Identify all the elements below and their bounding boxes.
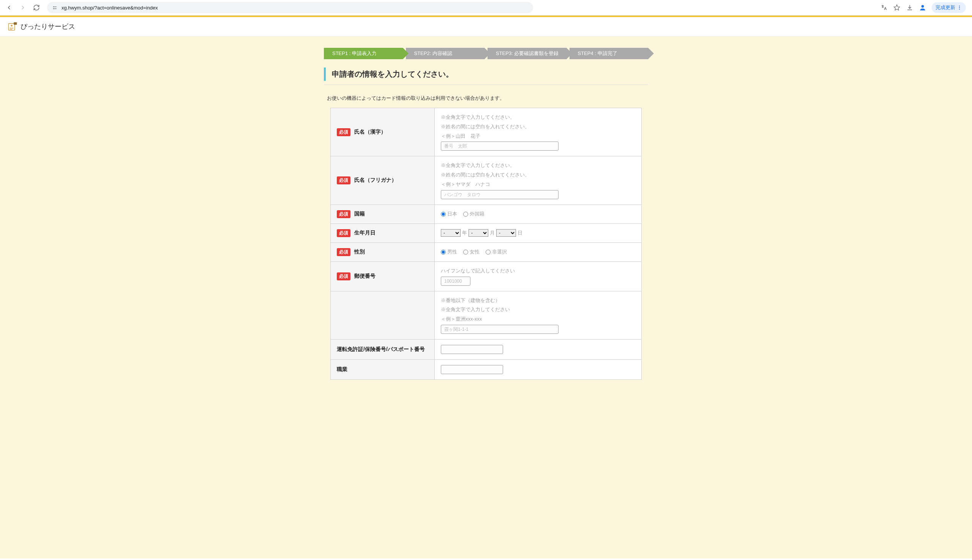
notice-text: お使いの機器によってはカード情報の取り込みは利用できない場合があります。 [327, 95, 648, 102]
page-body: STEP1 : 申請表入力 STEP2: 内容確認 STEP3: 必要確認書類を… [0, 37, 972, 558]
label-license-text: 運転免許証/保険番号/パスポート番号 [337, 346, 425, 352]
cell-occupation [435, 359, 642, 379]
select-birth-day[interactable]: - [496, 229, 516, 237]
step-3: STEP3: 必要確認書類を登録 [488, 48, 566, 59]
required-badge: 必須 [337, 229, 351, 237]
row-occupation: 職業 [331, 359, 642, 379]
label-gender: 必須 性別 [331, 242, 435, 262]
radio-nationality-foreign[interactable]: 外国籍 [463, 210, 484, 217]
day-suffix: 日 [518, 230, 523, 237]
svg-point-5 [922, 5, 924, 8]
label-postal: 必須 郵便番号 [331, 262, 435, 291]
cell-birthdate: - 年 - 月 - 日 [435, 223, 642, 242]
radio-gender-male[interactable]: 男性 [441, 248, 457, 255]
row-name-kana: 必須 氏名（フリガナ） ※全角文字で入力してください。 ※姓名の間には空白を入れ… [331, 156, 642, 205]
radio-gender-male-input[interactable] [441, 250, 446, 255]
input-name-kana[interactable] [441, 190, 558, 199]
hint-postal: ハイフンなしで記入してください [441, 267, 635, 275]
svg-point-10 [11, 25, 13, 27]
install-update-button[interactable]: 完成更新 [932, 2, 966, 13]
svg-marker-4 [894, 5, 900, 10]
site-logo-icon [8, 22, 17, 32]
cell-gender: 男性 女性 非選択 [435, 242, 642, 262]
step-4-label: STEP4 : 申請完了 [578, 50, 617, 57]
select-birth-year[interactable]: - [441, 229, 461, 237]
hint-address-1: ※番地以下（建物を含む） [441, 297, 635, 305]
radio-nationality-japan-label: 日本 [447, 210, 457, 217]
radio-nationality-japan-input[interactable] [441, 212, 446, 217]
back-button[interactable] [4, 2, 14, 13]
hint-name-kana-1: ※全角文字で入力してください。 [441, 162, 635, 170]
input-address[interactable] [441, 325, 558, 334]
cell-address: ※番地以下（建物を含む） ※全角文字で入力してください ＜例＞豊洲xxx-xxx [435, 291, 642, 339]
input-name-kanji[interactable] [441, 142, 558, 151]
svg-point-7 [959, 7, 960, 8]
svg-rect-12 [10, 29, 13, 30]
row-name-kanji: 必須 氏名（漢字） ※全角文字で入力してください。 ※姓名の間には空白を入れてく… [331, 108, 642, 156]
cell-name-kanji: ※全角文字で入力してください。 ※姓名の間には空白を入れてください。 ＜例＞山田… [435, 108, 642, 156]
hint-name-kanji-2: ※姓名の間には空白を入れてください。 [441, 123, 635, 131]
browser-chrome: xg.hwym.shop/?act=onlinesave&mod=index 完… [0, 0, 972, 15]
radio-gender-none-label: 非選択 [492, 248, 507, 255]
row-address: ※番地以下（建物を含む） ※全角文字で入力してください ＜例＞豊洲xxx-xxx [331, 291, 642, 339]
radio-nationality-foreign-input[interactable] [463, 212, 468, 217]
label-occupation-text: 職業 [337, 366, 347, 372]
required-badge: 必須 [337, 128, 351, 136]
required-badge: 必須 [337, 248, 351, 256]
address-wrap: xg.hwym.shop/?act=onlinesave&mod=index [47, 2, 877, 13]
row-gender: 必須 性別 男性 女性 非選択 [331, 242, 642, 262]
required-badge: 必須 [337, 210, 351, 218]
hint-address-3: ＜例＞豊洲xxx-xxx [441, 315, 635, 323]
hint-name-kanji-3: ＜例＞山田 花子 [441, 132, 635, 140]
label-postal-text: 郵便番号 [354, 273, 376, 279]
svg-point-6 [959, 6, 960, 7]
install-update-label: 完成更新 [935, 4, 955, 11]
input-postal[interactable] [441, 277, 471, 286]
hint-address-2: ※全角文字で入力してください [441, 306, 635, 314]
label-license: 運転免許証/保険番号/パスポート番号 [331, 339, 435, 359]
applicant-form: 必須 氏名（漢字） ※全角文字で入力してください。 ※姓名の間には空白を入れてく… [330, 108, 642, 380]
step-1: STEP1 : 申請表入力 [324, 48, 403, 59]
profile-icon[interactable] [919, 4, 927, 12]
url-text: xg.hwym.shop/?act=onlinesave&mod=index [62, 5, 158, 11]
translate-icon[interactable] [880, 4, 888, 12]
hint-name-kana-2: ※姓名の間には空白を入れてください。 [441, 171, 635, 179]
progress-steps: STEP1 : 申請表入力 STEP2: 内容確認 STEP3: 必要確認書類を… [324, 48, 648, 59]
radio-gender-female-label: 女性 [470, 248, 479, 255]
row-postal: 必須 郵便番号 ハイフンなしで記入してください [331, 262, 642, 291]
input-occupation[interactable] [441, 365, 503, 374]
svg-point-0 [53, 7, 53, 7]
year-suffix: 年 [462, 230, 467, 237]
radio-nationality-japan[interactable]: 日本 [441, 210, 457, 217]
step-2: STEP2: 内容確認 [406, 48, 485, 59]
page-heading: 申請者の情報を入力してください。 [324, 68, 648, 81]
svg-point-8 [959, 9, 960, 10]
radio-gender-female-input[interactable] [463, 250, 468, 255]
radio-gender-none[interactable]: 非選択 [486, 248, 507, 255]
label-name-kana-text: 氏名（フリガナ） [354, 177, 397, 183]
cell-name-kana: ※全角文字で入力してください。 ※姓名の間には空白を入れてください。 ＜例＞ヤマ… [435, 156, 642, 205]
label-gender-text: 性別 [354, 248, 365, 255]
input-license[interactable] [441, 345, 503, 354]
label-name-kanji: 必須 氏名（漢字） [331, 108, 435, 156]
label-birthdate-text: 生年月日 [354, 230, 376, 236]
radio-gender-male-label: 男性 [447, 248, 457, 255]
required-badge: 必須 [337, 272, 351, 280]
radio-nationality-foreign-label: 外国籍 [470, 210, 484, 217]
label-nationality-text: 国籍 [354, 210, 365, 217]
bookmark-star-icon[interactable] [893, 4, 900, 12]
site-settings-icon[interactable] [52, 5, 58, 11]
radio-gender-none-input[interactable] [486, 250, 491, 255]
radio-gender-female[interactable]: 女性 [463, 248, 479, 255]
row-birthdate: 必須 生年月日 - 年 - 月 - 日 [331, 223, 642, 242]
address-bar[interactable]: xg.hwym.shop/?act=onlinesave&mod=index [47, 2, 533, 13]
row-nationality: 必須 国籍 日本 外国籍 [331, 205, 642, 223]
required-badge: 必須 [337, 177, 351, 184]
reload-button[interactable] [31, 2, 42, 13]
select-birth-month[interactable]: - [469, 229, 488, 237]
label-nationality: 必須 国籍 [331, 205, 435, 223]
forward-button[interactable] [17, 2, 28, 13]
download-icon[interactable] [906, 4, 914, 12]
cell-postal: ハイフンなしで記入してください [435, 262, 642, 291]
svg-rect-11 [10, 28, 14, 28]
